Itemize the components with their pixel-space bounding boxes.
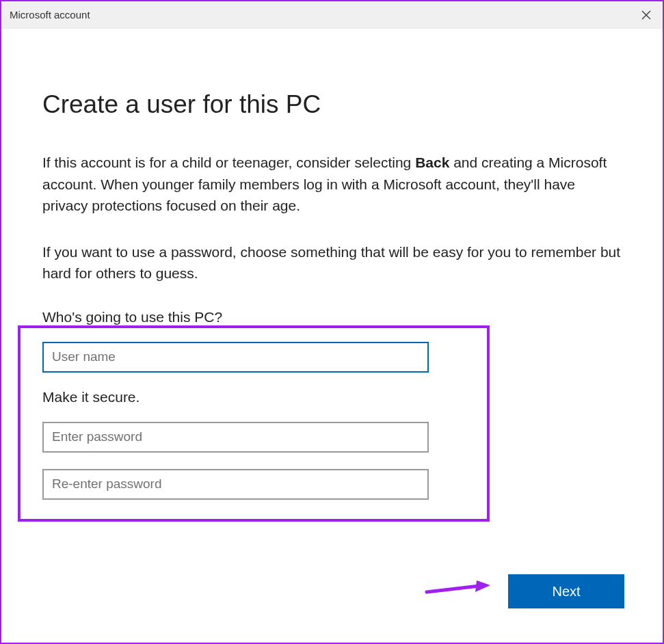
footer: Next (508, 574, 624, 608)
svg-marker-3 (475, 580, 490, 592)
description-text: If this account is for a child or teenag… (42, 152, 622, 217)
secure-label: Make it secure. (42, 389, 465, 405)
close-button[interactable] (630, 1, 663, 29)
sub-description-text: If you want to use a password, choose so… (42, 241, 622, 284)
description-bold: Back (415, 155, 449, 170)
reenter-password-input[interactable] (42, 469, 429, 500)
arrow-icon (423, 578, 492, 599)
svg-line-2 (427, 586, 479, 592)
main-content: Create a user for this PC If this accoun… (1, 29, 663, 522)
description-pre: If this account is for a child or teenag… (42, 155, 415, 170)
page-heading: Create a user for this PC (42, 90, 622, 119)
next-button[interactable]: Next (508, 574, 624, 608)
who-label: Who's going to use this PC? (42, 309, 622, 325)
password-input[interactable] (42, 422, 429, 453)
form-group: Make it secure. (42, 342, 465, 500)
arrow-annotation (423, 578, 492, 602)
close-icon (641, 10, 651, 20)
window-title: Microsoft account (10, 9, 90, 21)
username-input[interactable] (42, 342, 429, 373)
titlebar: Microsoft account (1, 1, 663, 29)
form-highlight-annotation: Make it secure. (18, 325, 490, 522)
